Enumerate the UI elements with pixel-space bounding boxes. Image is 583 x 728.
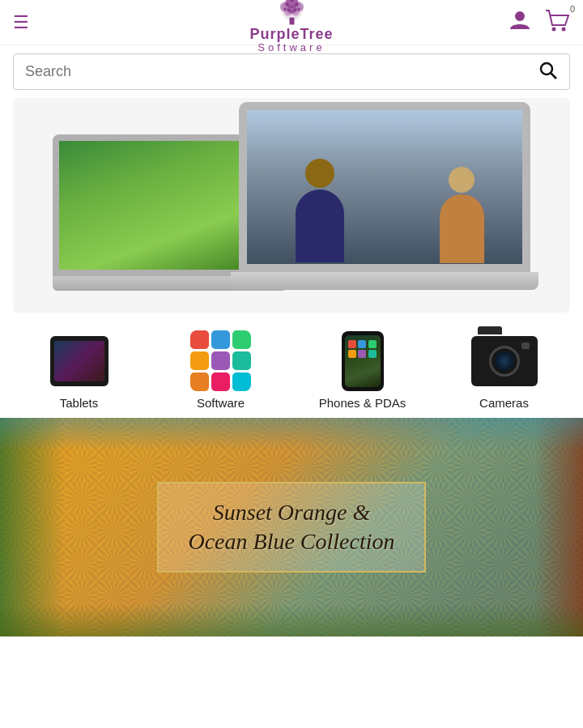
software-icon-wrap bbox=[185, 330, 257, 391]
categories: Tablets Software bbox=[0, 317, 583, 418]
category-software[interactable]: Software bbox=[156, 330, 286, 410]
search-button[interactable] bbox=[538, 61, 558, 83]
phones-label: Phones & PDAs bbox=[319, 396, 406, 410]
hero-banner bbox=[13, 98, 570, 313]
logo[interactable]: PurpleTree Software bbox=[249, 0, 333, 53]
hamburger-icon[interactable]: ☰ bbox=[13, 12, 29, 33]
deco-top bbox=[0, 418, 583, 450]
search-bar bbox=[13, 53, 570, 90]
tablets-icon bbox=[50, 336, 109, 386]
search-input[interactable] bbox=[25, 63, 538, 80]
cameras-label: Cameras bbox=[479, 396, 529, 410]
logo-name: PurpleTree bbox=[249, 27, 333, 41]
svg-point-12 bbox=[287, 9, 290, 12]
software-icon bbox=[190, 330, 251, 391]
camera-top bbox=[478, 326, 502, 334]
svg-point-14 bbox=[283, 8, 286, 11]
person1 bbox=[292, 159, 348, 264]
tablets-label: Tablets bbox=[60, 396, 99, 410]
category-phones[interactable]: Phones & PDAs bbox=[298, 330, 428, 410]
cart-button[interactable]: 0 bbox=[544, 9, 570, 36]
svg-point-13 bbox=[293, 9, 296, 12]
person2 bbox=[433, 167, 490, 264]
promo-banner[interactable]: Sunset Orange & Ocean Blue Collection bbox=[0, 418, 583, 636]
laptop-photo bbox=[247, 110, 522, 264]
laptop-front-screen bbox=[239, 102, 530, 272]
phones-icon-wrap bbox=[326, 330, 399, 391]
cart-badge: 0 bbox=[570, 4, 575, 14]
deco-bottom bbox=[0, 604, 583, 636]
laptop-front bbox=[239, 102, 530, 296]
user-icon[interactable] bbox=[509, 8, 531, 36]
logo-sub: Software bbox=[257, 41, 325, 53]
svg-point-16 bbox=[515, 11, 525, 21]
logo-tree-icon bbox=[274, 0, 309, 27]
svg-point-15 bbox=[297, 8, 300, 11]
cameras-icon-wrap bbox=[468, 330, 541, 391]
search-icon bbox=[538, 61, 558, 80]
header: ☰ PurpleTree Software bbox=[0, 0, 583, 45]
cameras-icon bbox=[471, 336, 538, 386]
svg-point-11 bbox=[295, 2, 298, 6]
svg-line-20 bbox=[551, 74, 557, 79]
header-actions: 0 bbox=[509, 8, 570, 36]
phones-icon bbox=[342, 331, 384, 391]
menu-button[interactable]: ☰ bbox=[13, 12, 32, 33]
svg-point-18 bbox=[562, 27, 566, 31]
category-tablets[interactable]: Tablets bbox=[15, 330, 144, 410]
promo-subtitle: Ocean Blue Collection bbox=[188, 527, 394, 556]
promo-title: Sunset Orange & bbox=[188, 498, 394, 527]
tablets-icon-wrap bbox=[43, 330, 116, 391]
category-cameras[interactable]: Cameras bbox=[440, 330, 569, 410]
svg-point-17 bbox=[552, 27, 556, 31]
hero-image bbox=[13, 98, 570, 313]
promo-text-box: Sunset Orange & Ocean Blue Collection bbox=[157, 482, 425, 573]
svg-point-19 bbox=[541, 63, 552, 75]
software-label: Software bbox=[197, 396, 245, 410]
svg-point-9 bbox=[285, 2, 288, 6]
